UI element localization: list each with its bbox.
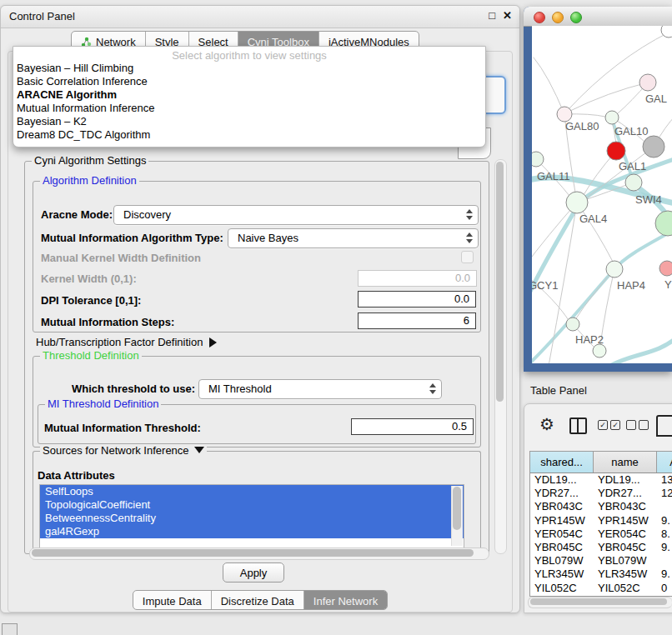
scrollbar-thumb[interactable] xyxy=(453,487,461,530)
node-label: HAP4 xyxy=(617,279,645,292)
combo-spinner-icon xyxy=(429,383,436,394)
minimize-traffic-light-icon[interactable] xyxy=(552,12,564,23)
table-cell: YDR27... xyxy=(530,487,594,500)
table-row[interactable]: YPR145WYPR145W9. xyxy=(530,514,672,528)
close-icon[interactable]: ✕ xyxy=(503,9,512,22)
hub-definition-toggle[interactable]: Hub/Transcription Factor Definition xyxy=(36,336,217,348)
mi-threshold-field[interactable]: 0.5 xyxy=(351,418,474,435)
table-cell: YLR345W xyxy=(530,568,594,581)
table-header-row: shared...nameA xyxy=(530,452,672,473)
attribute-item-betweennesscentrality[interactable]: BetweennessCentrality xyxy=(40,512,464,525)
network-window-titlebar[interactable] xyxy=(524,7,672,27)
algorithm-dropdown-popup: Select algorithm to view settings Bayesi… xyxy=(13,46,486,148)
algorithm-option-bayesian-k2[interactable]: Bayesian – K2 xyxy=(13,115,485,128)
table-cell: YER054C xyxy=(530,528,594,541)
mi-steps-field[interactable]: 6 xyxy=(358,312,476,329)
settings-vertical-scrollbar[interactable] xyxy=(494,159,507,554)
sources-title: Sources for Network Inference xyxy=(43,444,189,457)
scrollbar-thumb[interactable] xyxy=(32,549,474,557)
tab-impute-data[interactable]: Impute Data xyxy=(133,591,212,609)
minimized-panel-icon[interactable] xyxy=(2,623,18,635)
algorithm-option-mutual-information-inference[interactable]: Mutual Information Inference xyxy=(13,102,485,115)
network-edge xyxy=(607,336,672,363)
sources-toggle[interactable]: Sources for Network Inference xyxy=(40,444,207,457)
table-row[interactable]: YDR27...YDR27...12 xyxy=(530,487,672,500)
network-node-gal11[interactable] xyxy=(532,152,544,167)
table-cell: YPR145W xyxy=(594,514,657,528)
table-panel-window: ⚙ ✓✓ shared...nameA YDL19...YDL19...13YD… xyxy=(524,403,672,613)
table-cell: YPR145W xyxy=(530,514,594,528)
table-horizontal-scrollbar[interactable] xyxy=(528,597,672,608)
export-table-icon[interactable] xyxy=(656,415,672,437)
algorithm-option-basic-correlation-inference[interactable]: Basic Correlation Inference xyxy=(13,75,485,88)
float-window-icon[interactable]: □ xyxy=(489,9,495,22)
network-edge xyxy=(534,58,564,114)
mi-algorithm-type-combo[interactable]: Naive Bayes xyxy=(228,228,479,248)
mi-steps-label: Mutual Information Steps: xyxy=(41,316,174,328)
tab-infer-network[interactable]: Infer Network xyxy=(304,591,387,609)
attributes-scrollbar[interactable] xyxy=(451,486,463,546)
tab-discretize-data[interactable]: Discretize Data xyxy=(212,591,304,609)
algorithm-option-aracne-algorithm[interactable]: ARACNE Algorithm xyxy=(13,88,485,102)
table-row[interactable]: YBR043CYBR043C xyxy=(530,500,672,513)
network-canvas[interactable]: GALGAL80GAL10GAL11SWI4GAL4GCY1HAP4YHAP2G… xyxy=(532,26,672,363)
dpi-tolerance-label: DPI Tolerance [0,1]: xyxy=(41,294,141,307)
aracne-mode-value: Discovery xyxy=(123,208,171,221)
node-label: GAL10 xyxy=(614,125,648,138)
table-row[interactable]: YER054CYER054C8. xyxy=(530,528,672,541)
table-row[interactable]: YDL19...YDL19...13 xyxy=(530,473,672,487)
table-panel-title: Table Panel xyxy=(530,384,587,397)
network-node-gal4[interactable] xyxy=(566,192,588,213)
algorithm-option-dream8-dc-tdc-algorithm[interactable]: Dream8 DC_TDC Algorithm xyxy=(13,128,485,142)
network-node-gal10[interactable] xyxy=(605,111,619,124)
kernel-width-field[interactable]: 0.0 xyxy=(358,270,477,287)
network-node-gal[interactable] xyxy=(639,74,656,91)
zoom-traffic-light-icon[interactable] xyxy=(570,12,582,23)
network-node[interactable] xyxy=(593,344,606,358)
scrollbar-thumb[interactable] xyxy=(530,598,667,605)
algorithm-option-bayesian-hill-climbing[interactable]: Bayesian – Hill Climbing xyxy=(13,62,485,75)
network-node[interactable] xyxy=(643,136,664,158)
column-header-a[interactable]: A xyxy=(657,452,672,472)
network-node-swi4[interactable] xyxy=(625,174,642,191)
table-row[interactable]: YIL052CYIL052C0 xyxy=(530,582,672,595)
close-traffic-light-icon[interactable] xyxy=(534,12,545,23)
control-panel-title: Control Panel xyxy=(9,10,75,22)
algorithm-dropdown-placeholder: Select algorithm to view settings xyxy=(13,47,485,62)
settings-horizontal-scrollbar[interactable] xyxy=(29,548,489,560)
column-header-shared[interactable]: shared... xyxy=(530,452,594,472)
mi-threshold-label: Mutual Information Threshold: xyxy=(44,422,201,434)
node-label: SWI4 xyxy=(635,193,662,206)
scrollbar-thumb[interactable] xyxy=(496,162,504,402)
which-threshold-combo[interactable]: MI Threshold xyxy=(198,379,442,399)
column-header-name[interactable]: name xyxy=(594,452,657,472)
network-node-hap2[interactable] xyxy=(566,318,579,331)
network-node-hap4[interactable] xyxy=(606,261,623,278)
table-row[interactable]: YBL079WYBL079W xyxy=(530,554,672,568)
attribute-item-gal4rgexp[interactable]: gal4RGexp xyxy=(40,525,464,538)
network-node[interactable] xyxy=(607,142,625,160)
table-cell: YER054C xyxy=(594,528,657,541)
attribute-item-topologicalcoefficient[interactable]: TopologicalCoefficient xyxy=(40,498,464,512)
table-cell: YIL052C xyxy=(530,582,594,595)
network-graph: GALGAL80GAL10GAL11SWI4GAL4GCY1HAP4YHAP2G… xyxy=(532,26,672,363)
gear-icon[interactable]: ⚙ xyxy=(539,416,554,432)
network-edge xyxy=(532,202,577,268)
manual-kernel-width-checkbox[interactable] xyxy=(461,251,474,263)
table-row[interactable]: YLR345WYLR345W9. xyxy=(530,568,672,581)
aracne-mode-combo[interactable]: Discovery xyxy=(113,205,479,225)
dpi-tolerance-field[interactable]: 0.0 xyxy=(358,291,476,308)
table-row[interactable]: YBR045CYBR045C9. xyxy=(530,541,672,554)
attribute-item-selfloops[interactable]: SelfLoops xyxy=(40,485,464,498)
deselect-all-columns-icon[interactable] xyxy=(626,420,649,430)
network-node[interactable] xyxy=(655,211,672,236)
network-node-y[interactable] xyxy=(659,261,672,276)
table-cell: 12 xyxy=(657,487,672,500)
which-threshold-value: MI Threshold xyxy=(208,382,272,395)
apply-button[interactable]: Apply xyxy=(223,562,284,582)
select-all-columns-icon[interactable]: ✓✓ xyxy=(598,420,620,430)
table-cell: YBR043C xyxy=(530,500,594,513)
mi-threshold-definition-title: MI Threshold Definition xyxy=(45,398,161,410)
node-label-gal1: GAL1 xyxy=(619,160,646,172)
columns-icon[interactable] xyxy=(569,418,587,434)
